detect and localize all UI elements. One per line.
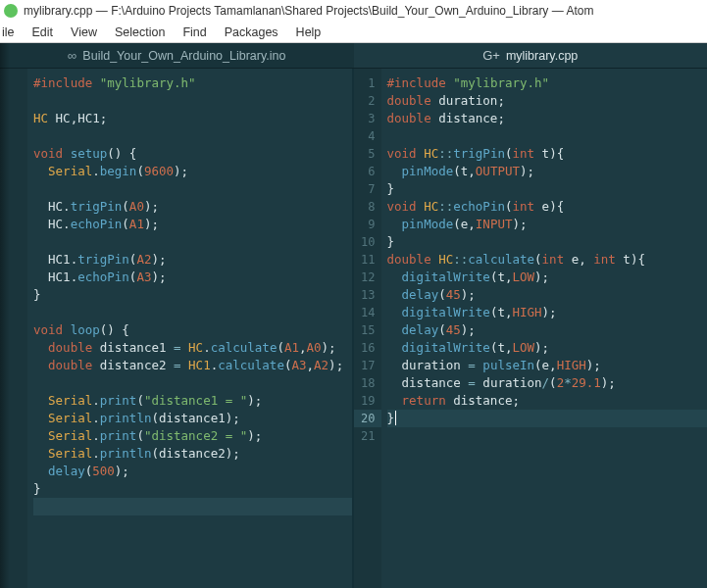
editor-pane-right[interactable]: 123456789101112131415161718192021 #inclu… [354,69,708,588]
code-area-right[interactable]: #include "mylibrary.h"double duration;do… [381,69,708,588]
menu-edit[interactable]: Edit [24,24,63,41]
menu-view[interactable]: View [62,24,106,41]
tab-ino[interactable]: ∞ Build_Your_Own_Arduino_Library.ino [0,43,354,68]
line-gutter-right: 123456789101112131415161718192021 [354,69,381,588]
menu-help[interactable]: Help [287,24,330,41]
editor-pane-left[interactable]: #include "mylibrary.h"HC HC,HC1;void set… [0,69,354,588]
tab-cpp[interactable]: G+ mylibrary.cpp [354,43,708,68]
arduino-icon: ∞ [68,48,76,63]
code-area-left[interactable]: #include "mylibrary.h"HC HC,HC1;void set… [27,69,352,588]
tab-cpp-label: mylibrary.cpp [506,49,578,63]
line-gutter-left [0,69,27,588]
editor-split: #include "mylibrary.h"HC HC,HC1;void set… [0,69,707,588]
window-titlebar: mylibrary.cpp — F:\Arduino Projects Tama… [0,0,707,22]
menu-packages[interactable]: Packages [216,24,287,41]
window-title: mylibrary.cpp — F:\Arduino Projects Tama… [24,4,593,18]
menu-file[interactable]: ile [0,24,24,41]
cpp-icon: G+ [482,48,500,63]
atom-icon [4,4,18,18]
tab-ino-label: Build_Your_Own_Arduino_Library.ino [82,49,285,63]
menu-selection[interactable]: Selection [106,24,174,41]
menu-bar: ile Edit View Selection Find Packages He… [0,22,707,43]
menu-find[interactable]: Find [174,24,215,41]
tab-bar: ∞ Build_Your_Own_Arduino_Library.ino G+ … [0,43,707,69]
